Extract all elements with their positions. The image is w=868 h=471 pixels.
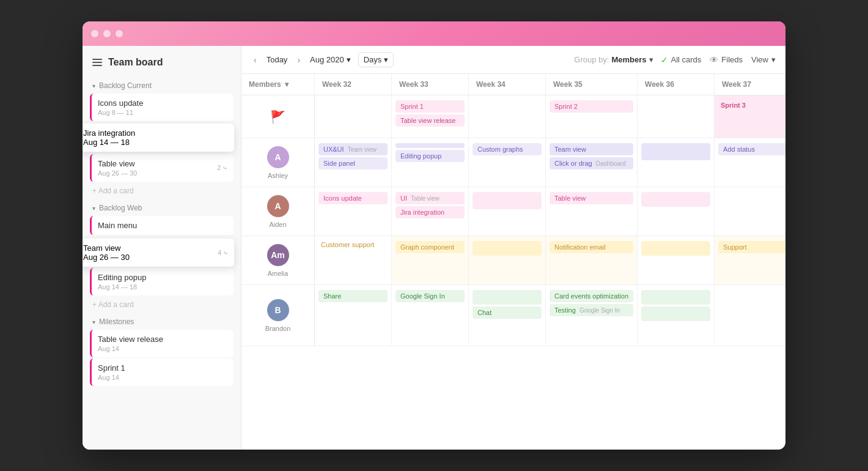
week35-header: Week 35 [546,74,638,95]
card-events-cont [641,290,710,305]
side-panel-bar[interactable]: Side panel [318,157,388,169]
ashley-name: Ashley [268,172,288,179]
traffic-light-red[interactable] [91,30,98,37]
traffic-light-yellow[interactable] [103,30,111,37]
milestone-week32 [315,95,392,138]
click-drag-cont[interactable] [641,143,710,160]
sprint3-label: Sprint 3 [718,99,785,111]
brandon-week33: Google Sign In [392,285,469,346]
chevron-down-icon: ▾ [285,80,289,89]
filed-button[interactable]: 👁 Fileds [710,55,743,65]
card-table-view-release[interactable]: Table view release Aug 14 [90,330,234,357]
today-button[interactable]: Today [267,55,288,64]
team-view-bar[interactable]: Team view [550,143,633,155]
card-main-menu[interactable]: Main menu [90,216,234,235]
ashley-avatar: A [267,146,289,168]
check-icon: ✓ [661,55,668,65]
traffic-light-green[interactable] [116,30,123,37]
all-cards-button[interactable]: ✓ All cards [661,55,702,65]
members-label: Members [249,80,281,89]
card-table-view[interactable]: Table view Aug 26 — 30 2⤷ [90,154,234,182]
ux-ui-bar[interactable]: UX&UI Team view [318,143,388,155]
gantt-grid: Members ▾ Week 32 Week 33 Week 34 Week 3… [241,74,785,346]
prev-btn[interactable]: ‹ [251,54,259,66]
brandon-week37 [715,285,785,346]
week37-header: Week 37 [715,74,785,95]
days-selector[interactable]: Days ▾ [358,52,394,67]
card-date: Aug 14 — 18 [98,283,227,291]
share-bar[interactable]: Share [318,290,388,302]
custom-graphs-bar[interactable]: Custom graphs [473,143,542,155]
next-btn[interactable]: › [295,54,303,66]
ui-table-bar[interactable]: UI Table view [395,192,465,204]
ux-ui-cont[interactable] [395,143,465,148]
add-status-bar[interactable]: Add status [718,143,785,155]
date-picker[interactable]: Aug 2020 ▾ [310,55,351,64]
add-card-backlog[interactable]: + Add a card [83,183,241,199]
card-events-bar[interactable]: Card events optimization [550,290,633,302]
section-backlog-current[interactable]: ▾ Backlog Current [83,76,241,92]
customer-support-label: Customer support [318,240,388,250]
amelia-week32: Customer support [315,236,392,285]
support-bar[interactable]: Support [718,241,785,253]
section-label: Backlog Current [99,81,152,90]
group-by: Group by: Members ▾ [574,55,653,64]
aiden-week37 [715,187,785,236]
click-or-drag-bar[interactable]: Click or drag Dashboard [550,157,633,169]
chat-bar[interactable]: Chat [473,306,542,319]
chevron-down-icon: ▾ [771,55,776,64]
connected-badge: 2⤷ [217,165,227,171]
card-date: Aug 14 [98,345,227,352]
table-view-release-bar[interactable]: Table view release [395,114,465,127]
card-date: Aug 26 — 30 [83,253,213,262]
week34-header: Week 34 [469,74,546,95]
amelia-week36 [638,236,715,285]
milestone-week35: Sprint 2 [546,95,638,138]
testing-cont [641,306,710,321]
card-date: Aug 8 — 11 [98,109,227,116]
milestone-week34 [469,95,546,138]
notification-email-bar[interactable]: Notification email [550,241,633,253]
testing-bar[interactable]: Testing Google Sign In [550,304,633,316]
card-date: Aug 14 — 18 [83,138,228,147]
card-title: Editing popup [98,273,227,282]
section-backlog-web[interactable]: ▾ Backlog Web [83,199,241,215]
card-title: Table view [98,159,212,168]
brandon-avatar: B [267,299,289,321]
view-button[interactable]: View ▾ [751,55,776,64]
members-header: Members ▾ [241,74,315,95]
ashley-week37: Add status [715,138,785,187]
brandon-name: Brandon [265,325,291,332]
card-editing-popup[interactable]: Editing popup Aug 14 — 18 [90,268,234,295]
aiden-name: Aiden [269,221,286,228]
milestone-week36 [638,95,715,138]
card-row: Team view Aug 26 — 30 4⤷ [83,243,228,262]
amelia-cell: Am Amelia [241,236,315,285]
editing-popup-bar[interactable]: Editing popup [395,150,465,162]
graph-component-bar[interactable]: Graph component [395,241,465,253]
jira-integration-bar[interactable]: Jira integration [395,206,465,218]
add-card-teamview[interactable]: + Add a card [83,297,241,313]
card-sprint1[interactable]: Sprint 1 Aug 14 [90,358,234,386]
aiden-week34 [469,187,546,236]
card-jira-integration-popup[interactable]: Jira integration Aug 14 — 18 [83,124,234,152]
group-by-value[interactable]: Members [611,55,646,64]
amelia-avatar: Am [267,244,289,266]
eye-icon: 👁 [710,55,718,65]
table-view-aiden-bar[interactable]: Table view [550,192,633,204]
icons-update-bar[interactable]: Icons update [318,192,388,204]
google-signin-bar[interactable]: Google Sign In [395,290,465,302]
ashley-week34: Custom graphs [469,138,546,187]
app-window: Team board ▾ Backlog Current Icons updat… [83,21,785,450]
menu-icon[interactable] [92,59,102,66]
sprint2-bar[interactable]: Sprint 2 [550,100,633,113]
card-title: Team view [83,243,213,253]
chevron-icon: ▾ [92,83,95,89]
card-team-view-popup[interactable]: Team view Aug 26 — 30 4⤷ [83,239,234,267]
sprint1-bar[interactable]: Sprint 1 [395,100,465,113]
section-milestones[interactable]: ▾ Milestones [83,313,241,328]
aiden-week36 [638,187,715,236]
card-icons-update[interactable]: Icons update Aug 8 — 11 [90,94,234,121]
chevron-down-icon: ▾ [347,55,351,64]
aiden-week33: UI Table view Jira integration [392,187,469,236]
